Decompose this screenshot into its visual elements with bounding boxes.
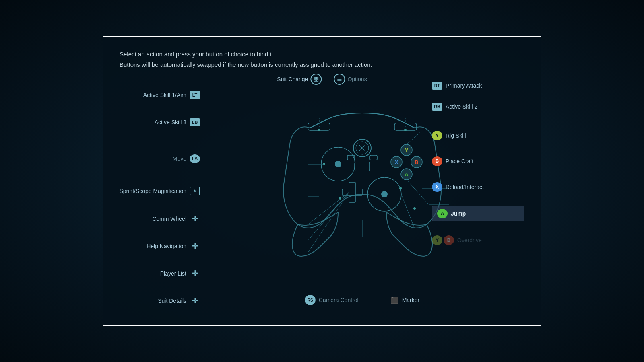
svg-text:A: A: [405, 171, 409, 177]
b-btn-badge: B: [432, 156, 442, 166]
y-btn-badge: Y: [432, 131, 442, 140]
move-binding[interactable]: Move LS: [120, 152, 200, 165]
jump-binding[interactable]: A Jump: [432, 206, 524, 221]
svg-point-12: [381, 191, 388, 197]
svg-line-44: [308, 192, 349, 253]
reload-interact-label: Reload/Interact: [446, 184, 484, 190]
svg-line-43: [308, 192, 349, 241]
rb-badge: RB: [432, 103, 442, 111]
sprint-binding[interactable]: Sprint/Scope Magnification ▼: [120, 185, 200, 197]
suit-details-label: Suit Details: [158, 298, 186, 304]
active-skill-1-binding[interactable]: Active Skill 1/Aim LT: [120, 89, 200, 101]
svg-point-36: [399, 187, 402, 189]
place-craft-label: Place Craft: [446, 158, 473, 165]
svg-line-42: [308, 192, 349, 224]
svg-rect-1: [316, 77, 318, 79]
svg-rect-18: [370, 155, 377, 160]
camera-control-binding[interactable]: RS Camera Control: [305, 295, 359, 305]
overdrive-binding[interactable]: Y B Overdrive: [432, 233, 524, 247]
jump-label: Jump: [451, 210, 466, 217]
rt-badge: RT: [432, 82, 442, 90]
a-btn-badge: A: [437, 209, 448, 218]
suit-change-icon: [310, 74, 322, 85]
rig-skill-binding[interactable]: Y Rig Skill: [432, 129, 524, 142]
svg-point-37: [413, 207, 416, 210]
active-skill-1-label: Active Skill 1/Aim: [143, 92, 186, 98]
rig-skill-label: Rig Skill: [446, 132, 466, 139]
place-craft-binding[interactable]: B Place Craft: [432, 154, 524, 168]
active-skill-2-binding[interactable]: RB Active Skill 2: [432, 101, 524, 113]
svg-text:Y: Y: [405, 147, 409, 153]
svg-rect-19: [355, 162, 370, 171]
svg-rect-0: [314, 77, 316, 79]
primary-attack-label: Primary Attack: [446, 82, 482, 89]
lt-badge: LT: [190, 91, 200, 99]
svg-line-51: [407, 180, 429, 204]
marker-label: Marker: [402, 297, 420, 303]
reload-interact-binding[interactable]: X Reload/Interact: [432, 180, 524, 194]
dpad-suit-badge: ✛: [190, 297, 200, 305]
right-bindings: RT Primary Attack RB Active Skill 2 Y Ri…: [432, 74, 524, 247]
help-navigation-binding[interactable]: Help Navigation ✛: [120, 240, 200, 252]
main-area: Suit Change Options Active Skill 1/Aim L…: [120, 74, 524, 309]
active-skill-3-binding[interactable]: Active Skill 3 LB: [120, 116, 200, 128]
svg-text:X: X: [395, 159, 398, 165]
lt-lower-badge: ▼: [190, 187, 200, 195]
y-overdrive-badge: Y: [432, 235, 442, 245]
svg-rect-3: [316, 80, 318, 81]
left-bindings: Active Skill 1/Aim LT Active Skill 3 LB …: [120, 74, 200, 309]
controller-svg: Y B A X: [276, 80, 449, 257]
comm-wheel-binding[interactable]: Comm Wheel ✛: [120, 213, 200, 225]
lb-badge: LB: [190, 118, 200, 126]
svg-line-47: [407, 132, 421, 144]
player-list-label: Player List: [160, 270, 186, 277]
active-skill-3-label: Active Skill 3: [155, 119, 186, 125]
settings-panel: Select an action and press your button o…: [103, 36, 541, 326]
dpad-comm-badge: ✛: [190, 215, 200, 223]
rs-badge: RS: [305, 295, 316, 305]
primary-attack-binding[interactable]: RT Primary Attack: [432, 80, 524, 92]
suit-change-binding[interactable]: Suit Change: [277, 74, 322, 85]
comm-wheel-label: Comm Wheel: [152, 216, 186, 222]
svg-text:B: B: [415, 159, 418, 165]
active-skill-2-label: Active Skill 2: [446, 103, 477, 110]
marker-icon: ⬛: [391, 296, 399, 304]
dpad-help-badge: ✛: [190, 242, 200, 250]
options-label: Options: [347, 76, 367, 82]
instructions-block: Select an action and press your button o…: [120, 49, 524, 70]
marker-binding[interactable]: ⬛ Marker: [391, 296, 420, 304]
instruction-line2: Buttons will be automatically swapped if…: [120, 60, 524, 70]
sprint-label: Sprint/Scope Magnification: [119, 188, 186, 194]
camera-control-label: Camera Control: [319, 297, 359, 303]
x-btn-badge: X: [432, 182, 442, 192]
overdrive-label: Overdrive: [457, 237, 482, 243]
suit-details-binding[interactable]: Suit Details ✛: [120, 295, 200, 307]
svg-rect-13: [349, 182, 355, 202]
dpad-player-badge: ✛: [190, 269, 200, 278]
suit-change-label: Suit Change: [277, 76, 308, 82]
player-list-binding[interactable]: Player List ✛: [120, 267, 200, 280]
move-label: Move: [173, 156, 186, 162]
help-navigation-label: Help Navigation: [147, 243, 186, 249]
svg-point-10: [335, 161, 341, 167]
svg-rect-2: [314, 80, 316, 81]
ls-badge: LS: [190, 154, 200, 163]
options-binding[interactable]: Options: [334, 74, 367, 85]
options-icon: [334, 74, 345, 85]
instruction-line1: Select an action and press your button o…: [120, 49, 524, 60]
b-overdrive-badge: B: [444, 235, 454, 245]
